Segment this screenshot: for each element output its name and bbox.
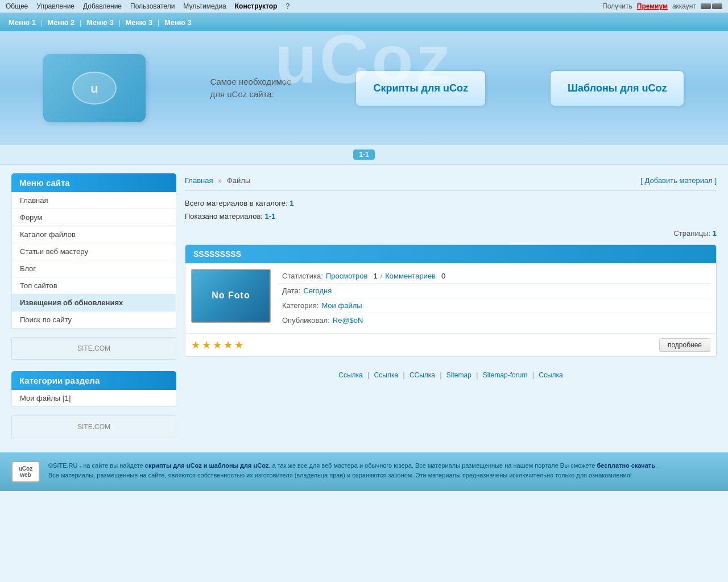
date-label: Дата:: [282, 286, 300, 295]
admin-nav-item-help[interactable]: ?: [286, 2, 289, 10]
hero-text-line1: Самое необходимое: [210, 76, 291, 89]
file-stats-row: Статистика: Просмотров 1 / Комментариев …: [278, 269, 710, 284]
views-link[interactable]: Просмотров: [326, 272, 368, 280]
admin-bar: Общее Управление Добавление Пользователи…: [0, 0, 728, 13]
footer-link-3[interactable]: CCылка: [410, 371, 435, 379]
nav-sep-1: |: [40, 18, 44, 27]
footer-link-2[interactable]: Ссылка: [374, 371, 398, 379]
sidebar-ad-2: SITE.COM: [11, 415, 176, 438]
sidebar-item-home[interactable]: Главная: [11, 192, 176, 209]
header-nav: Меню 1 | Меню 2 | Меню 3 | Меню 3 | Меню…: [9, 18, 192, 27]
footer-links: Ссылка | Ссылка | CCылка | Sitemap | Sit…: [185, 365, 717, 385]
sidebar-item-top[interactable]: Топ сайтов: [11, 277, 176, 294]
add-material-link[interactable]: [ Добавить материал ]: [640, 176, 717, 185]
sidebar-ad-1: SITE.COM: [11, 337, 176, 360]
sidebar: Меню сайта Главная Форум Каталог файлов …: [11, 173, 176, 438]
breadcrumb-home-link[interactable]: Главная: [185, 176, 213, 185]
total-label: Всего материалов в каталоге:: [185, 199, 288, 207]
footer-text-paragraph1: ©SITE.RU - на сайте вы найдете скрипты д…: [48, 461, 657, 471]
sidebar-item-blog[interactable]: Блог: [11, 260, 176, 277]
category-label: Категория:: [282, 301, 318, 310]
admin-nav: Общее Управление Добавление Пользователи…: [6, 2, 289, 10]
star-2[interactable]: ★: [202, 339, 211, 351]
pages-value: 1: [713, 229, 717, 238]
sidebar-category-myfiles[interactable]: Мои файлы [1]: [11, 390, 176, 407]
footer-link-6[interactable]: Ссылка: [539, 371, 562, 379]
header-nav-item-2[interactable]: Меню 2: [47, 18, 76, 27]
footer-link-5[interactable]: Sitemap-forum: [483, 371, 528, 379]
hero-btn-scripts-text: Скрипты для uCoz: [373, 82, 468, 94]
premium-link[interactable]: Премиум: [637, 2, 668, 10]
sidebar-item-forum[interactable]: Форум: [11, 209, 176, 226]
footer-text-paragraph2: Все материалы, размещенные на сайте, явл…: [48, 471, 657, 480]
sidebar-category-myfiles-label: Мои файлы: [20, 394, 60, 402]
rating-row: ★ ★ ★ ★ ★ подробнее: [185, 333, 716, 356]
star-1[interactable]: ★: [191, 339, 200, 351]
header-nav-item-4[interactable]: Меню 3: [125, 18, 154, 27]
footer-text-part1: ©SITE.RU - на сайте вы найдете: [48, 462, 145, 469]
more-button[interactable]: подробнее: [659, 338, 710, 352]
svg-text:u: u: [91, 81, 98, 95]
header-nav-item-1[interactable]: Меню 1: [9, 18, 38, 27]
file-item: SSSSSSSSS No Foto Статистика: Просмотров…: [185, 244, 717, 357]
breadcrumb-sep: »: [218, 176, 222, 185]
header-nav-item-5[interactable]: Меню 3: [164, 18, 192, 27]
premium-icon-bar1: [701, 3, 711, 9]
footer-highlight2[interactable]: бесплатно скачать: [597, 462, 655, 469]
stats-sep2: /: [380, 272, 383, 280]
main-container: Меню сайта Главная Форум Каталог файлов …: [6, 165, 722, 447]
sidebar-categories-title: Категории раздела: [11, 371, 176, 390]
comments-link[interactable]: Комментариев: [385, 272, 436, 280]
hero-btn-templates[interactable]: Шаблоны для uCoz: [550, 70, 685, 106]
pages-row: Страницы: 1: [185, 229, 717, 238]
total-materials-row: Всего материалов в каталоге: 1: [185, 197, 717, 210]
footer-sep-3: |: [440, 371, 441, 379]
breadcrumb: Главная » Файлы: [185, 176, 250, 185]
shown-materials-row: Показано материалов: 1-1: [185, 210, 717, 223]
author-value[interactable]: Re@$oN: [333, 316, 363, 325]
admin-nav-item-constructor[interactable]: Конструктор: [235, 2, 278, 10]
category-value[interactable]: Мои файлы: [321, 301, 362, 310]
file-date-row: Дата: Сегодня: [278, 284, 710, 298]
footer-text: ©SITE.RU - на сайте вы найдете скрипты д…: [48, 461, 657, 480]
admin-nav-item-general[interactable]: Общее: [6, 2, 28, 10]
file-author-row: Опубликовал: Re@$oN: [278, 313, 710, 327]
breadcrumb-row: Главная » Файлы [ Добавить материал ]: [185, 173, 717, 191]
admin-nav-item-add[interactable]: Добавление: [83, 2, 122, 10]
footer-link-4[interactable]: Sitemap: [446, 371, 471, 379]
header-nav-item-3[interactable]: Меню 3: [86, 18, 115, 27]
star-4[interactable]: ★: [224, 339, 233, 351]
footer-link-1[interactable]: Ссылка: [338, 371, 362, 379]
sidebar-item-files[interactable]: Каталог файлов: [11, 226, 176, 243]
sidebar-item-updates[interactable]: Извещения об обновлениях: [11, 294, 176, 311]
breadcrumb-current: Файлы: [227, 176, 250, 185]
admin-nav-item-manage[interactable]: Управление: [36, 2, 75, 10]
hero-btn-scripts[interactable]: Скрипты для uCoz: [355, 70, 485, 106]
date-value[interactable]: Сегодня: [303, 286, 332, 295]
footer-logo-line2: web: [17, 472, 34, 478]
nav-sep-2: |: [80, 18, 84, 27]
bottom-footer: uCoz web ©SITE.RU - на сайте вы найдете …: [0, 452, 728, 491]
file-item-body: No Foto Статистика: Просмотров 1 / Комме…: [185, 263, 716, 333]
star-3[interactable]: ★: [213, 339, 222, 351]
sidebar-item-search[interactable]: Поиск по сайту: [11, 311, 176, 329]
premium-icon: [701, 3, 722, 9]
footer-sep-1: |: [367, 371, 369, 379]
stats-label: Статистика:: [282, 272, 323, 280]
admin-nav-item-media[interactable]: Мультимедиа: [183, 2, 226, 10]
shown-label: Показано материалов:: [185, 212, 263, 221]
shown-value: 1-1: [265, 212, 276, 221]
footer-sep-4: |: [476, 371, 478, 379]
admin-nav-item-users[interactable]: Пользователи: [130, 2, 175, 10]
author-label: Опубликовал:: [282, 316, 330, 325]
file-thumbnail[interactable]: No Foto: [191, 269, 271, 323]
comments-value: 0: [441, 272, 445, 280]
hero-logo: u: [43, 54, 146, 122]
star-5[interactable]: ★: [234, 339, 243, 351]
footer-highlight1[interactable]: скрипты для uCoz и шаблоны для uCoz: [145, 462, 269, 469]
sidebar-item-articles[interactable]: Статьи веб мастеру: [11, 243, 176, 260]
pages-label: Страницы:: [673, 229, 710, 238]
hero-banner: uCoz u Самое необходимое для uCoz сайта:…: [0, 31, 728, 145]
content-main: Главная » Файлы [ Добавить материал ] Вс…: [185, 173, 717, 438]
sidebar-categories-section: Категории раздела Мои файлы [1]: [11, 371, 176, 407]
